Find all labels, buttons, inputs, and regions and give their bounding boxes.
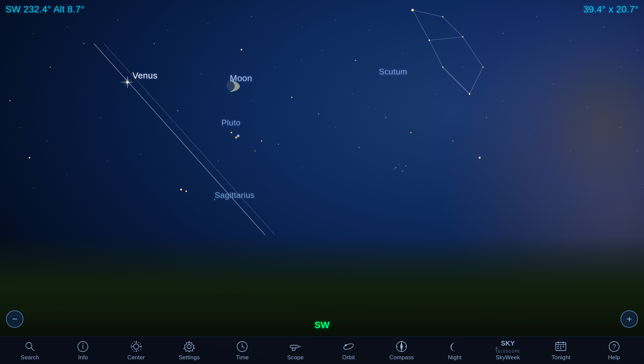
svg-point-45 bbox=[302, 60, 302, 61]
scope-icon bbox=[289, 340, 302, 353]
svg-rect-128 bbox=[557, 348, 559, 349]
settings-icon bbox=[183, 340, 196, 353]
zoom-in-button[interactable]: + bbox=[621, 310, 638, 328]
time-icon bbox=[236, 340, 249, 353]
svg-line-3 bbox=[104, 44, 275, 235]
svg-point-43 bbox=[201, 73, 202, 74]
svg-point-55 bbox=[235, 137, 237, 139]
svg-point-61 bbox=[406, 166, 407, 167]
svg-point-64 bbox=[107, 161, 108, 161]
orbit-button[interactable]: Orbit bbox=[330, 338, 367, 363]
svg-point-79 bbox=[126, 81, 129, 84]
svg-point-13 bbox=[177, 110, 178, 111]
svg-point-74 bbox=[486, 117, 487, 118]
svg-point-83 bbox=[185, 191, 187, 192]
skyweek-icon: SKY & TELESCOPE bbox=[501, 340, 514, 353]
svg-point-80 bbox=[127, 82, 128, 83]
pluto-label: Pluto bbox=[221, 118, 240, 127]
center-icon bbox=[130, 340, 143, 353]
svg-point-8 bbox=[29, 157, 31, 159]
svg-point-27 bbox=[167, 30, 168, 31]
time-button[interactable]: Time bbox=[224, 338, 261, 363]
svg-rect-126 bbox=[560, 346, 561, 347]
svg-point-103 bbox=[187, 345, 191, 349]
svg-line-2 bbox=[94, 44, 265, 235]
svg-rect-127 bbox=[562, 346, 564, 347]
svg-point-29 bbox=[251, 16, 252, 17]
svg-point-89 bbox=[469, 93, 471, 95]
skyweek-button[interactable]: SKY & TELESCOPE SkyWeek bbox=[489, 338, 526, 363]
svg-point-76 bbox=[570, 151, 571, 151]
svg-point-62 bbox=[394, 169, 394, 170]
svg-point-11 bbox=[154, 43, 155, 44]
svg-point-49 bbox=[503, 100, 503, 101]
svg-point-28 bbox=[208, 23, 208, 24]
svg-point-68 bbox=[302, 167, 302, 168]
svg-point-75 bbox=[530, 134, 530, 135]
svg-point-21 bbox=[255, 151, 256, 152]
svg-point-65 bbox=[67, 174, 67, 175]
svg-point-30 bbox=[302, 27, 302, 27]
tonight-button[interactable]: Tonight bbox=[542, 338, 579, 363]
svg-point-46 bbox=[352, 94, 353, 94]
svg-point-38 bbox=[637, 50, 638, 51]
svg-point-12 bbox=[50, 67, 51, 68]
svg-point-44 bbox=[251, 100, 252, 101]
svg-point-25 bbox=[67, 27, 67, 27]
bottom-toolbar: Search Info Center Settings Time bbox=[0, 336, 644, 364]
scope-button[interactable]: Scope bbox=[277, 338, 314, 363]
svg-point-16 bbox=[355, 60, 356, 61]
svg-point-50 bbox=[553, 84, 554, 84]
svg-point-39 bbox=[20, 127, 20, 128]
svg-point-47 bbox=[402, 53, 403, 54]
compass-icon bbox=[395, 340, 408, 353]
svg-point-113 bbox=[343, 343, 354, 350]
svg-point-36 bbox=[603, 27, 604, 27]
sky-view[interactable]: Venus Moon Pluto Sagittarius Scutum SW 2… bbox=[0, 0, 644, 364]
svg-point-88 bbox=[442, 66, 443, 68]
svg-text:?: ? bbox=[612, 343, 616, 350]
svg-line-93 bbox=[31, 348, 34, 351]
center-button[interactable]: Center bbox=[118, 338, 155, 363]
compass-button[interactable]: Compass bbox=[383, 338, 420, 363]
svg-point-24 bbox=[33, 33, 34, 34]
svg-point-60 bbox=[399, 164, 399, 165]
settings-button[interactable]: Settings bbox=[171, 338, 208, 363]
svg-line-110 bbox=[295, 348, 296, 351]
svg-line-1 bbox=[443, 67, 470, 94]
svg-point-96 bbox=[83, 343, 84, 344]
search-button[interactable]: Search bbox=[11, 338, 48, 363]
info-button[interactable]: Info bbox=[64, 338, 101, 363]
svg-point-77 bbox=[123, 78, 131, 86]
svg-point-86 bbox=[442, 16, 443, 17]
svg-marker-116 bbox=[400, 342, 403, 351]
svg-point-10 bbox=[84, 43, 85, 44]
svg-point-23 bbox=[237, 135, 239, 137]
svg-rect-125 bbox=[557, 346, 559, 347]
svg-point-15 bbox=[318, 114, 319, 115]
svg-point-7 bbox=[180, 189, 182, 191]
svg-point-67 bbox=[218, 161, 218, 161]
svg-point-70 bbox=[369, 107, 369, 108]
zoom-out-button[interactable]: − bbox=[6, 310, 23, 328]
night-button[interactable]: Night bbox=[436, 338, 473, 363]
svg-point-85 bbox=[412, 9, 414, 11]
help-button[interactable]: ? Help bbox=[596, 338, 633, 363]
svg-point-35 bbox=[570, 40, 571, 41]
night-icon bbox=[448, 340, 461, 353]
svg-point-78 bbox=[125, 80, 130, 85]
svg-point-87 bbox=[429, 40, 430, 41]
constellation-overlay bbox=[0, 0, 644, 268]
svg-point-69 bbox=[335, 127, 336, 128]
svg-point-97 bbox=[133, 344, 139, 349]
svg-rect-108 bbox=[290, 345, 298, 348]
svg-point-22 bbox=[278, 144, 279, 145]
svg-point-63 bbox=[141, 154, 141, 155]
svg-line-0 bbox=[429, 37, 463, 40]
svg-point-20 bbox=[231, 132, 232, 134]
svg-point-71 bbox=[275, 67, 275, 67]
svg-point-90 bbox=[482, 66, 484, 68]
svg-point-51 bbox=[587, 107, 587, 108]
svg-point-114 bbox=[345, 344, 347, 346]
svg-point-6 bbox=[241, 49, 243, 51]
